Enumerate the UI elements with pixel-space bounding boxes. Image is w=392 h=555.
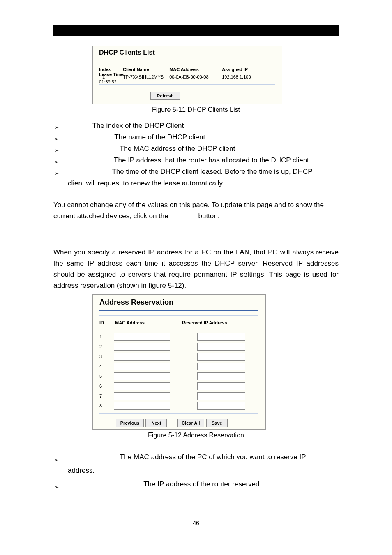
- list-item: ➢ Client Name - The name of the DHCP cli…: [53, 132, 339, 143]
- list-prefix: Client Name -: [68, 133, 114, 141]
- list-item-continuation: address.: [53, 464, 339, 477]
- col-client-name: Client Name: [123, 67, 168, 72]
- mac-input[interactable]: [114, 343, 170, 351]
- list-item: ➢ Lease Time - The time of the DHCP clie…: [53, 166, 339, 178]
- dhcp-clients-panel: DHCP Clients List Index Client Name MAC …: [92, 46, 282, 104]
- inline-bold: Refresh: [170, 212, 196, 220]
- mac-input[interactable]: [114, 372, 170, 380]
- previous-button[interactable]: Previous: [116, 419, 144, 427]
- list-text: The index of the DHCP Client: [92, 122, 184, 130]
- cell-lease: 01:59:52: [99, 79, 124, 84]
- header-bar: [53, 25, 339, 35]
- bullet-list-2: ➢ MAC Address - The MAC address of the P…: [53, 450, 339, 491]
- list-text: The IP address of the router reserved.: [143, 480, 261, 488]
- ip-input[interactable]: [197, 363, 245, 370]
- mac-input[interactable]: [114, 363, 170, 370]
- mac-input[interactable]: [114, 382, 170, 390]
- list-item: ➢ Assigned IP Address - The IP address o…: [53, 477, 339, 491]
- cell-mac: 00-0A-EB-00-00-08: [169, 74, 221, 79]
- paragraph: You cannot change any of the values on t…: [53, 199, 339, 222]
- table-row: 3: [99, 352, 245, 361]
- hr: [99, 88, 275, 88]
- page-number: 46: [53, 520, 339, 526]
- addr-panel-title: Address Reservation: [99, 298, 265, 307]
- hr: [99, 416, 258, 416]
- addr-button-row: Previous Next Clear All Save: [116, 419, 228, 427]
- save-button[interactable]: Save: [206, 419, 228, 427]
- table-row: 5: [99, 371, 245, 381]
- bullet-icon: ➢: [55, 481, 59, 494]
- table-row: 7: [99, 391, 245, 401]
- hr: [99, 84, 275, 85]
- ip-input[interactable]: [197, 402, 245, 410]
- paragraph-text: current attached devices, click on the: [53, 212, 170, 220]
- row-id: 6: [99, 384, 114, 388]
- list-text: The name of the DHCP client: [114, 133, 205, 141]
- list-prefix: Assigned IP -: [68, 156, 114, 164]
- ip-input[interactable]: [197, 343, 245, 351]
- ip-input[interactable]: [197, 333, 245, 341]
- hr: [99, 63, 275, 63]
- bullet-icon: ➢: [55, 453, 59, 467]
- ip-input[interactable]: [197, 353, 245, 361]
- paragraph-text: button.: [196, 212, 220, 220]
- list-item-continuation: client will request to renew the lease a…: [53, 178, 339, 189]
- mac-input[interactable]: [114, 402, 170, 410]
- col-mac: MAC Address: [115, 320, 181, 325]
- table-row: 6: [99, 381, 245, 391]
- dhcp-panel-title: DHCP Clients List: [99, 49, 282, 56]
- cell-index: 1: [99, 74, 122, 79]
- address-reservation-panel: Address Reservation ID MAC Address Reser…: [92, 294, 266, 430]
- list-text: The IP address that the router has alloc…: [114, 156, 311, 164]
- mac-input[interactable]: [114, 392, 170, 400]
- dhcp-table-row: 1 TP-7XXSIHL12MYS 00-0A-EB-00-00-08 192.…: [99, 74, 280, 84]
- list-text: The MAC address of the PC of which you w…: [120, 453, 306, 461]
- row-id: 3: [99, 354, 114, 359]
- row-id: 8: [99, 403, 114, 408]
- list-prefix: Index -: [68, 122, 92, 130]
- ip-input[interactable]: [197, 382, 245, 390]
- paragraph: When you specify a reserved IP address f…: [53, 247, 339, 291]
- row-id: 4: [99, 364, 114, 369]
- ip-input[interactable]: [197, 392, 245, 400]
- row-id: 5: [99, 374, 114, 379]
- list-prefix: MAC Address -: [68, 453, 120, 461]
- table-row: 2: [99, 342, 245, 352]
- list-item: ➢ Assigned IP - The IP address that the …: [53, 155, 339, 166]
- next-button[interactable]: Next: [145, 419, 167, 427]
- clear-all-button[interactable]: Clear All: [177, 419, 204, 427]
- col-id: ID: [99, 320, 114, 325]
- addr-rows: 1 2 3 4 5 6 7 8: [99, 332, 245, 411]
- figure-caption-5-12: Figure 5-12 Address Reservation: [53, 432, 339, 439]
- mac-input[interactable]: [114, 333, 170, 341]
- row-id: 1: [99, 334, 114, 339]
- row-id: 7: [99, 393, 114, 398]
- bullet-list-1: ➢ Index - The index of the DHCP Client ➢…: [53, 120, 339, 189]
- paragraph-text: You cannot change any of the values on t…: [53, 201, 324, 209]
- bullet-icon: ➢: [55, 168, 59, 179]
- list-item: ➢ Index - The index of the DHCP Client: [53, 120, 339, 132]
- cell-client-name: TP-7XXSIHL12MYS: [123, 74, 168, 79]
- list-item: ➢ MAC Address - The MAC address of the D…: [53, 143, 339, 155]
- col-mac-address: MAC Address: [169, 67, 221, 72]
- hr: [99, 413, 258, 414]
- refresh-button[interactable]: Refresh: [150, 92, 180, 100]
- list-text: The time of the DHCP client leased. Befo…: [112, 168, 312, 176]
- addr-table-header: ID MAC Address Reserved IP Address: [99, 320, 264, 325]
- header-underline: [53, 35, 339, 36]
- col-reserved-ip: Reserved IP Address: [182, 320, 227, 325]
- mac-input[interactable]: [114, 353, 170, 361]
- figure-caption-5-11: Figure 5-11 DHCP Clients List: [53, 106, 339, 113]
- cell-ip: 192.168.1.100: [222, 74, 257, 79]
- list-text: The MAC address of the DHCP client: [120, 145, 235, 153]
- col-index: Index: [99, 67, 122, 72]
- ip-input[interactable]: [197, 372, 245, 380]
- table-row: 1: [99, 332, 245, 342]
- hr: [99, 315, 258, 316]
- list-prefix: Lease Time -: [68, 168, 112, 176]
- hr: [99, 310, 258, 311]
- list-item: ➢ MAC Address - The MAC address of the P…: [53, 450, 339, 464]
- table-row: 4: [99, 361, 245, 371]
- hr: [99, 59, 275, 59]
- list-prefix: MAC Address -: [68, 145, 120, 153]
